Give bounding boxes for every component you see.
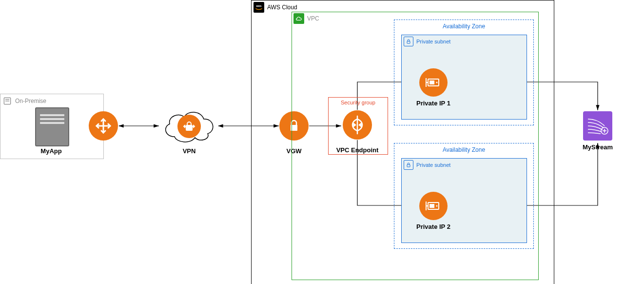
svg-rect-20 bbox=[407, 165, 410, 167]
eni-1-icon bbox=[419, 68, 448, 97]
server-group-icon bbox=[2, 96, 12, 106]
vpn-icon bbox=[177, 115, 201, 138]
eni-2-icon bbox=[419, 192, 448, 220]
vpn-cloud bbox=[160, 107, 218, 145]
svg-rect-8 bbox=[186, 125, 192, 130]
vpc-label: VPC bbox=[307, 15, 319, 22]
aws-cloud-label: AWS Cloud bbox=[267, 4, 297, 11]
vpc-endpoint-icon bbox=[343, 110, 372, 140]
vpc-cloud-icon bbox=[293, 13, 304, 24]
vpc-endpoint-label: VPC Endpoint bbox=[333, 146, 382, 154]
availability-zone-1: Availability Zone Private subnet Private… bbox=[394, 20, 534, 125]
security-group-label: Security group bbox=[329, 98, 388, 105]
subnet2-label: Private subnet bbox=[416, 162, 450, 168]
private-subnet-2: Private subnet Private IP 2 bbox=[401, 158, 527, 243]
svg-point-23 bbox=[436, 205, 438, 207]
customer-gateway-icon bbox=[89, 111, 118, 141]
myapp-server-icon bbox=[35, 107, 69, 146]
availability-zone-2: Availability Zone Private subnet Private… bbox=[394, 143, 534, 249]
lock-icon bbox=[404, 160, 413, 170]
svg-point-17 bbox=[436, 82, 438, 83]
az1-label: Availability Zone bbox=[394, 20, 533, 30]
svg-rect-16 bbox=[429, 81, 434, 84]
on-premise-label: On-Premise bbox=[15, 98, 46, 104]
subnet1-label: Private subnet bbox=[416, 39, 450, 44]
myapp-label: MyApp bbox=[29, 147, 73, 155]
lock-icon bbox=[404, 37, 413, 46]
eni2-label: Private IP 2 bbox=[411, 223, 470, 230]
svg-rect-14 bbox=[407, 41, 410, 44]
aws-logo-icon: aws bbox=[254, 2, 264, 13]
az2-label: Availability Zone bbox=[394, 143, 533, 153]
private-subnet-1: Private subnet Private IP 1 bbox=[401, 35, 527, 120]
vpn-label: VPN bbox=[170, 147, 209, 155]
kinesis-stream-icon bbox=[583, 111, 612, 141]
svg-rect-22 bbox=[429, 204, 434, 208]
svg-text:aws: aws bbox=[256, 4, 261, 7]
eni1-label: Private IP 1 bbox=[411, 100, 470, 107]
kinesis-label: MyStream bbox=[578, 143, 617, 151]
